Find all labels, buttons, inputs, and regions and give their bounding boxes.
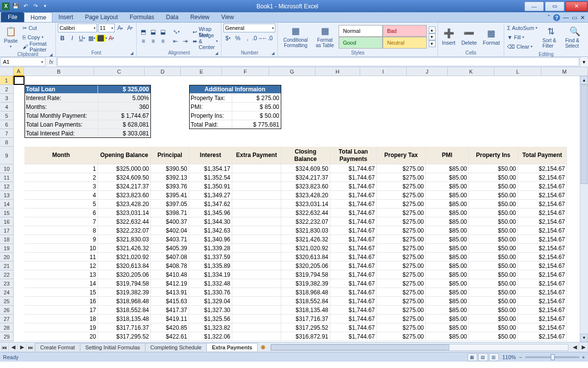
decrease-decimal-button[interactable]: ←.0 [263, 34, 271, 43]
style-neutral[interactable]: Neutral [383, 37, 427, 49]
cell-principal[interactable]: $413.91 [151, 288, 189, 297]
column-header-C[interactable]: C [94, 67, 145, 76]
cell-extra-payment[interactable] [232, 297, 281, 306]
cell-opening-balance[interactable]: $317,716.37 [98, 323, 151, 332]
loan-label[interactable]: Total Loan Payments: [24, 120, 98, 129]
cell-closing-balance[interactable]: $322,232.07 [281, 217, 330, 226]
row-header-2[interactable]: 2 [0, 85, 14, 94]
column-header-J[interactable]: J [407, 67, 448, 76]
cell-pmi[interactable]: $85.00 [426, 244, 469, 253]
cell-property-tax[interactable]: $275.00 [377, 244, 426, 253]
bold-button[interactable]: B [58, 34, 67, 43]
minimize-button[interactable]: — [524, 1, 544, 11]
table-header-10[interactable]: Total Payment [518, 147, 567, 164]
cell-interest[interactable]: $1,342.63 [189, 226, 232, 235]
cell-closing-balance[interactable]: $318,552.84 [281, 297, 330, 306]
cell-principal[interactable]: $422.61 [151, 332, 189, 341]
cell-total-loan[interactable]: $1,744.67 [330, 315, 377, 323]
cell-closing-balance[interactable]: $318,968.48 [281, 288, 330, 297]
cell-extra-payment[interactable] [232, 226, 281, 235]
cell-total-loan[interactable]: $1,744.67 [330, 182, 377, 191]
cell-opening-balance[interactable]: $322,232.07 [98, 226, 151, 235]
scroll-down-icon[interactable]: ▼ [580, 334, 588, 342]
addinfo-label[interactable]: PMI: [189, 103, 232, 111]
cell-extra-payment[interactable] [232, 200, 281, 209]
worksheet-grid[interactable]: ABCDEFGHIJKLM 12345678910111213141516171… [0, 67, 588, 342]
row-header-27[interactable]: 27 [0, 315, 14, 323]
cell-closing-balance[interactable]: $320,613.84 [281, 253, 330, 262]
cell-closing-balance[interactable]: $323,428.20 [281, 191, 330, 200]
cell-month[interactable]: 7 [24, 217, 98, 226]
loan-value[interactable]: 360 [98, 103, 151, 111]
cell-opening-balance[interactable]: $323,428.20 [98, 200, 151, 209]
cell-property-tax[interactable]: $275.00 [377, 306, 426, 315]
cell-property-ins[interactable]: $50.00 [469, 164, 518, 173]
font-name-combo[interactable]: Calibri▾ [58, 24, 97, 32]
cell-total-payment[interactable]: $2,154.67 [518, 279, 567, 288]
cell-month[interactable]: 19 [24, 323, 98, 332]
horizontal-scrollbar[interactable] [270, 344, 568, 351]
cell-principal[interactable]: $390.50 [151, 164, 189, 173]
row-header-18[interactable]: 18 [0, 235, 14, 244]
cell-closing-balance[interactable]: $321,830.03 [281, 226, 330, 235]
cell-pmi[interactable]: $85.00 [426, 315, 469, 323]
cell-extra-payment[interactable] [232, 315, 281, 323]
cell-extra-payment[interactable] [232, 173, 281, 182]
cell-property-ins[interactable]: $50.00 [469, 306, 518, 315]
page-layout-view-button[interactable]: ▤ [478, 353, 488, 361]
cell-total-loan[interactable]: $1,744.67 [330, 288, 377, 297]
cell-total-loan[interactable]: $1,744.67 [330, 306, 377, 315]
font-color-button[interactable]: A▾ [107, 34, 116, 43]
underline-button[interactable]: U▾ [77, 34, 86, 43]
cell-property-ins[interactable]: $50.00 [469, 217, 518, 226]
row-header-9[interactable]: 9 [0, 147, 14, 164]
percent-button[interactable]: % [233, 34, 242, 43]
loan-label[interactable]: Months: [24, 103, 98, 111]
table-header-1[interactable]: Opening Balance [98, 147, 151, 164]
table-header-2[interactable]: Principal [151, 147, 189, 164]
cell-property-ins[interactable]: $50.00 [469, 315, 518, 323]
cell-total-payment[interactable]: $2,154.67 [518, 306, 567, 315]
cell-closing-balance[interactable]: $317,716.37 [281, 315, 330, 323]
cell-pmi[interactable]: $85.00 [426, 200, 469, 209]
cell-total-loan[interactable]: $1,744.67 [330, 200, 377, 209]
cell-month[interactable]: 13 [24, 270, 98, 279]
cell-interest[interactable]: $1,350.91 [189, 182, 232, 191]
paste-button[interactable]: 📋 Paste▾ [2, 25, 20, 50]
cell-principal[interactable]: $420.85 [151, 323, 189, 332]
row-header-25[interactable]: 25 [0, 297, 14, 306]
tab-insert[interactable]: Insert [52, 12, 79, 22]
cell-property-tax[interactable]: $275.00 [377, 235, 426, 244]
row-header-29[interactable]: 29 [0, 332, 14, 341]
sort-filter-button[interactable]: ⇅Sort & Filter [540, 25, 561, 50]
row-header-23[interactable]: 23 [0, 279, 14, 288]
name-box[interactable]: A1▾ [0, 57, 46, 66]
cell-pmi[interactable]: $85.00 [426, 297, 469, 306]
cell-property-tax[interactable]: $275.00 [377, 279, 426, 288]
cell-opening-balance[interactable]: $321,426.32 [98, 244, 151, 253]
cell-extra-payment[interactable] [232, 306, 281, 315]
orientation-button[interactable]: ⤡▾ [172, 27, 181, 36]
zoom-slider[interactable] [525, 356, 579, 358]
row-header-5[interactable]: 5 [0, 111, 14, 120]
cell-principal[interactable]: $393.76 [151, 182, 189, 191]
cell-property-tax[interactable]: $275.00 [377, 262, 426, 270]
cell-total-loan[interactable]: $1,744.67 [330, 226, 377, 235]
style-bad[interactable]: Bad [383, 25, 427, 37]
undo-icon[interactable]: ↶ [22, 2, 29, 10]
cell-property-tax[interactable]: $275.00 [377, 288, 426, 297]
loan-value[interactable]: 5.00% [98, 94, 151, 103]
cell-pmi[interactable]: $85.00 [426, 164, 469, 173]
row-header-6[interactable]: 6 [0, 120, 14, 129]
sheet-nav-first[interactable]: ⏮ [0, 343, 9, 352]
cell-property-tax[interactable]: $275.00 [377, 209, 426, 217]
cell-total-payment[interactable]: $2,154.67 [518, 253, 567, 262]
cell-total-payment[interactable]: $2,154.67 [518, 332, 567, 341]
cell-extra-payment[interactable] [232, 262, 281, 270]
addinfo-label[interactable]: Property Tax: [189, 94, 232, 103]
cell-month[interactable]: 3 [24, 182, 98, 191]
table-header-5[interactable]: Closing Balance [281, 147, 330, 164]
qat-dropdown-icon[interactable]: ▼ [41, 2, 49, 10]
cell-pmi[interactable]: $85.00 [426, 217, 469, 226]
minimize-ribbon-icon[interactable]: ˄ [547, 14, 550, 21]
